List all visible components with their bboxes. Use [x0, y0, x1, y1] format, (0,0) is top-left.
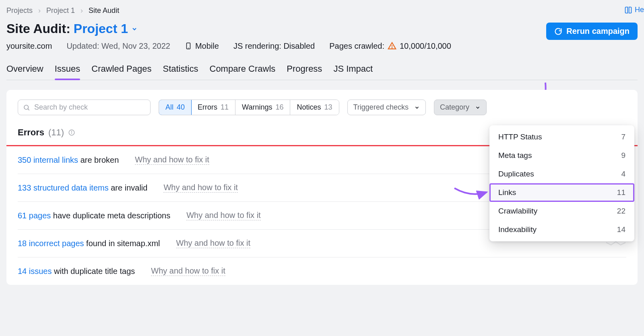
- category-item-duplicates[interactable]: Duplicates4: [489, 165, 634, 183]
- tab-issues[interactable]: Issues: [55, 60, 80, 80]
- breadcrumb-project1[interactable]: Project 1: [46, 6, 75, 15]
- breadcrumb-projects[interactable]: Projects: [6, 6, 33, 15]
- why-fix-link[interactable]: Why and how to fix it: [163, 183, 238, 193]
- category-item-crawlability[interactable]: Crawlability22: [489, 202, 634, 220]
- search-input-wrapper[interactable]: [18, 100, 151, 115]
- tab-statistics[interactable]: Statistics: [163, 60, 198, 80]
- tab-bar: Overview Issues Crawled Pages Statistics…: [6, 60, 638, 80]
- breadcrumb-current: Site Audit: [89, 6, 119, 15]
- page-title: Site Audit: Project 1: [6, 21, 138, 36]
- mobile-icon: [185, 41, 192, 51]
- section-title: Errors: [18, 127, 44, 138]
- device-info: Mobile: [185, 41, 219, 51]
- help-label: He: [635, 6, 644, 14]
- svg-point-4: [24, 105, 29, 110]
- chevron-right-icon: ›: [80, 6, 83, 15]
- segment-warnings[interactable]: Warnings16: [235, 100, 290, 115]
- issue-row[interactable]: 14 issues with duplicate title tags Why …: [18, 257, 626, 285]
- warning-icon: [388, 41, 396, 50]
- section-count: (11): [48, 127, 64, 138]
- tab-overview[interactable]: Overview: [6, 60, 43, 80]
- category-item-meta-tags[interactable]: Meta tags9: [489, 146, 634, 165]
- segment-all[interactable]: All40: [159, 100, 192, 115]
- tab-compare-crawls[interactable]: Compare Crawls: [210, 60, 276, 80]
- help-link[interactable]: He: [624, 6, 644, 14]
- triggered-checks-dropdown[interactable]: Triggered checks: [347, 100, 426, 115]
- why-fix-link[interactable]: Why and how to fix it: [135, 155, 209, 165]
- breadcrumb: Projects › Project 1 › Site Audit: [6, 6, 638, 15]
- meta-bar: yoursite.com Updated: Wed, Nov 23, 2022 …: [6, 41, 638, 51]
- site-domain: yoursite.com: [6, 41, 52, 51]
- title-text: Site Audit:: [6, 21, 70, 36]
- category-dropdown[interactable]: Category: [434, 100, 487, 115]
- pages-crawled: Pages crawled: 10,000/10,000: [329, 41, 451, 51]
- chevron-down-icon: [131, 26, 138, 32]
- search-icon: [23, 104, 30, 111]
- why-fix-link[interactable]: Why and how to fix it: [186, 211, 261, 220]
- segment-errors[interactable]: Errors11: [191, 100, 235, 115]
- svg-line-5: [28, 109, 29, 110]
- tab-progress[interactable]: Progress: [287, 60, 322, 80]
- search-input[interactable]: [34, 103, 145, 112]
- rerun-label: Rerun campaign: [566, 27, 630, 36]
- chevron-right-icon: ›: [38, 6, 41, 15]
- chevron-down-icon: [475, 105, 481, 110]
- book-icon: [624, 6, 632, 14]
- category-item-indexability[interactable]: Indexability14: [489, 220, 634, 239]
- refresh-icon: [554, 27, 562, 35]
- tab-js-impact[interactable]: JS Impact: [333, 60, 373, 80]
- why-fix-link[interactable]: Why and how to fix it: [151, 266, 225, 276]
- tab-crawled-pages[interactable]: Crawled Pages: [91, 60, 151, 80]
- chevron-down-icon: [414, 105, 420, 110]
- info-icon[interactable]: [68, 129, 75, 136]
- project-selector[interactable]: Project 1: [74, 21, 138, 36]
- svg-point-8: [72, 131, 72, 132]
- rerun-campaign-button[interactable]: Rerun campaign: [546, 23, 638, 40]
- category-item-http-status[interactable]: HTTP Status7: [489, 128, 634, 146]
- why-fix-link[interactable]: Why and how to fix it: [176, 239, 251, 248]
- issues-panel: All40 Errors11 Warnings16 Notices13 Trig…: [6, 90, 638, 285]
- svg-point-3: [392, 48, 392, 48]
- updated-text: Updated: Wed, Nov 23, 2022: [66, 41, 170, 51]
- segment-notices[interactable]: Notices13: [290, 100, 339, 115]
- severity-segments: All40 Errors11 Warnings16 Notices13: [159, 100, 339, 115]
- category-item-links[interactable]: Links11: [489, 183, 634, 202]
- project-name: Project 1: [74, 21, 128, 36]
- category-menu: HTTP Status7 Meta tags9 Duplicates4 Link…: [489, 125, 634, 241]
- js-rendering: JS rendering: Disabled: [233, 41, 315, 51]
